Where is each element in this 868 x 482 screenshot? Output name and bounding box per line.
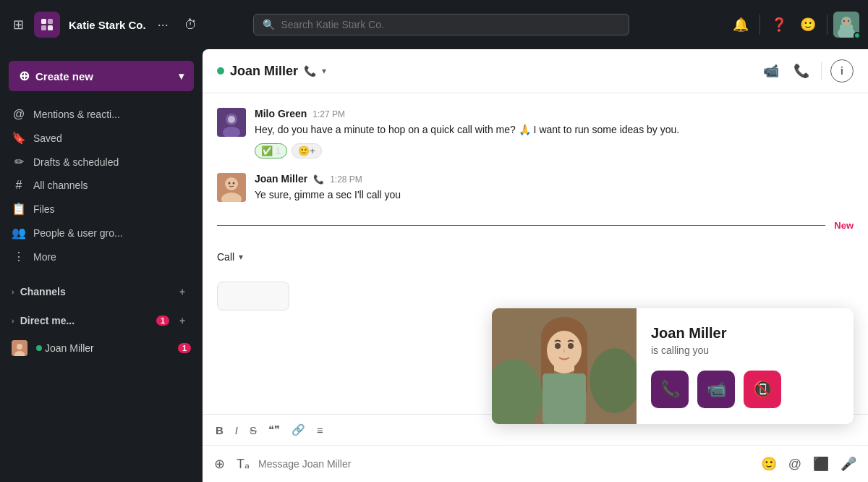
milo-message-header: Milo Green 1:27 PM [255, 108, 854, 119]
joan-status-dot [36, 345, 42, 351]
user-avatar-wrapper[interactable] [833, 12, 859, 38]
header-divider [821, 62, 822, 80]
strikethrough-button[interactable]: S [245, 421, 261, 439]
workspace-name: Katie Stark Co. [69, 19, 146, 31]
text-format-button[interactable]: Tₐ [234, 453, 252, 475]
svg-point-9 [843, 20, 845, 22]
list-button[interactable]: ≡ [312, 421, 328, 439]
bold-button[interactable]: B [211, 421, 228, 439]
channels-section-left: › Channels [12, 286, 66, 297]
dm-badge: 1 [156, 316, 169, 326]
checkmark-reaction[interactable]: ✅ 1 [255, 143, 287, 158]
sidebar-item-saved[interactable]: 🔖 Saved [0, 126, 203, 150]
media-button[interactable]: ⬛ [810, 453, 832, 475]
search-input[interactable] [281, 19, 620, 30]
svg-rect-31 [542, 373, 586, 424]
sidebar-item-files[interactable]: 📋 Files [0, 197, 203, 221]
emoji-button[interactable]: 🙂 [758, 453, 780, 475]
svg-point-12 [17, 344, 22, 350]
italic-button[interactable]: I [231, 421, 242, 439]
files-icon: 📋 [12, 202, 26, 216]
svg-rect-8 [840, 25, 853, 32]
new-label: New [834, 220, 854, 231]
history-icon[interactable]: ⏱ [180, 13, 202, 37]
main-layout: ⊕ Create new ▾ @ Mentions & reacti... 🔖 … [0, 49, 868, 482]
channels-section-label: Channels [20, 286, 66, 297]
video-call-button[interactable]: 📹 [760, 60, 782, 82]
chat-wrapper: Joan Miller 📞 ▾ 📹 📞 i [203, 49, 868, 482]
milo-reactions: ✅ 1 🙂+ [255, 143, 854, 158]
bell-icon[interactable]: 🔔 [728, 12, 754, 38]
svg-point-21 [229, 182, 231, 185]
link-button[interactable]: 🔗 [287, 420, 310, 439]
search-icon: 🔍 [263, 19, 275, 30]
plus-icon: ⊕ [19, 68, 30, 84]
chat-chevron-button[interactable]: ▾ [322, 66, 326, 76]
add-attachment-button[interactable]: ⊕ [211, 453, 228, 475]
milo-name: Milo Green [255, 108, 307, 119]
quote-button[interactable]: ❝❞ [264, 420, 284, 439]
info-button[interactable]: i [830, 59, 854, 83]
phone-call-button[interactable]: 📞 [791, 60, 812, 82]
svg-rect-2 [41, 25, 46, 30]
call-info: Joan Miller is calling you 📞 📹 📵 [637, 308, 854, 424]
sidebar-item-drafts[interactable]: ✏ Drafts & scheduled [0, 150, 203, 174]
nav-divider [760, 14, 760, 35]
joan-miller-dm-name: Joan Miller [45, 342, 171, 354]
svg-point-16 [228, 116, 235, 123]
input-area: B I S ❝❞ 🔗 ≡ ⊕ Tₐ 🙂 @ ⬛ 🎤 [203, 414, 868, 482]
sidebar-item-people-label: People & user gro... [33, 227, 123, 239]
channels-add-button[interactable]: + [174, 283, 191, 300]
grid-menu-icon[interactable]: ⊞ [9, 12, 28, 37]
people-icon: 👥 [12, 226, 26, 240]
svg-rect-1 [48, 19, 53, 24]
new-divider-line [217, 225, 825, 227]
sidebar-item-people[interactable]: 👥 People & user gro... [0, 221, 203, 245]
help-icon[interactable]: ❓ [766, 12, 792, 38]
decline-call-button[interactable]: 📵 [744, 371, 781, 408]
call-event-label: Call [217, 251, 234, 263]
audio-button[interactable]: 🎤 [838, 453, 859, 475]
accept-video-call-button[interactable]: 📹 [697, 371, 735, 408]
sidebar-item-more-label: More [33, 251, 56, 263]
create-new-button[interactable]: ⊕ Create new ▾ [9, 61, 194, 91]
sidebar-item-more[interactable]: ⋮ More [0, 245, 203, 269]
call-bubble [217, 282, 289, 310]
joan-name: Joan Miller [255, 173, 307, 185]
accept-audio-call-button[interactable]: 📞 [651, 371, 689, 408]
svg-point-19 [225, 177, 238, 190]
sidebar-item-saved-label: Saved [33, 132, 62, 144]
sidebar-channels-section[interactable]: › Channels + [0, 277, 203, 306]
sidebar-dm-section[interactable]: › Direct me... 1 + [0, 306, 203, 335]
svg-point-29 [555, 343, 561, 349]
sidebar-item-mentions[interactable]: @ Mentions & reacti... [0, 103, 203, 126]
chat-header-actions: 📹 📞 i [760, 59, 854, 83]
saved-icon: 🔖 [12, 131, 26, 145]
emoji-icon[interactable]: 🙂 [795, 12, 821, 38]
sidebar-item-all-channels[interactable]: # All channels [0, 174, 203, 197]
message-input[interactable] [258, 458, 752, 470]
joan-miller-dm-badge: 1 [178, 343, 191, 353]
workspace-more-button[interactable]: ··· [152, 14, 174, 35]
call-action-buttons: 📞 📹 📵 [651, 371, 839, 408]
dm-add-button[interactable]: + [174, 312, 191, 329]
more-icon: ⋮ [12, 250, 26, 263]
user-status-dot [854, 32, 861, 39]
mentions-icon: @ [12, 108, 26, 121]
dm-section-left: › Direct me... [12, 315, 75, 326]
contact-phone-icon: 📞 [304, 65, 316, 77]
call-status: is calling you [651, 344, 839, 356]
caller-name: Joan Miller [651, 325, 839, 342]
mention-button[interactable]: @ [786, 454, 804, 475]
joan-miller-dm-avatar [12, 340, 27, 356]
add-reaction-button[interactable]: 🙂+ [292, 143, 322, 158]
search-bar[interactable]: 🔍 [253, 14, 629, 35]
dm-chevron-icon: › [12, 316, 14, 325]
milo-message-text: Hey, do you have a minute to hop on a qu… [255, 122, 854, 138]
svg-rect-3 [48, 25, 53, 30]
new-messages-divider: New [217, 220, 854, 231]
incoming-call-overlay: Joan Miller is calling you 📞 📹 📵 [492, 308, 854, 424]
channels-icon: # [12, 179, 26, 192]
dm-joan-miller-item[interactable]: Joan Miller 1 [0, 335, 203, 361]
drafts-icon: ✏ [12, 155, 26, 169]
